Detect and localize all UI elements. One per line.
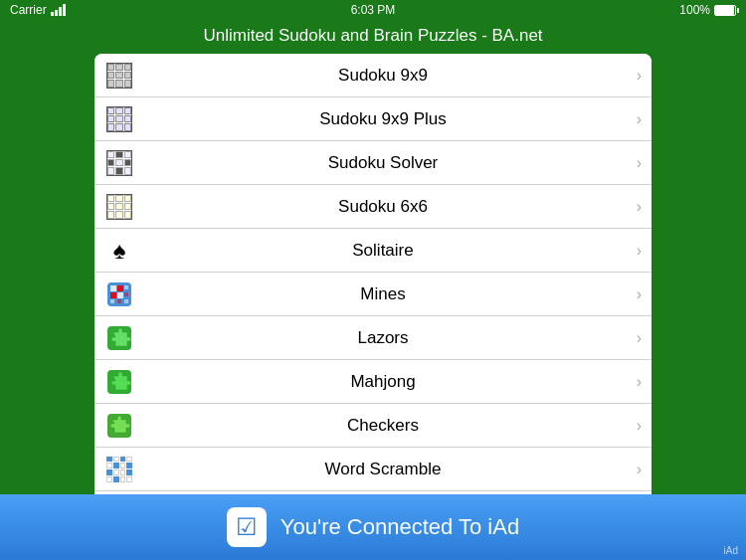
checkers-label: Checkers [144,416,622,436]
chevron-icon: › [637,285,642,303]
sudokusolver-icon [104,148,134,178]
chevron-icon: › [637,198,642,216]
svg-rect-4 [117,292,123,298]
list-item-checkers[interactable]: Checkers › [94,404,652,448]
svg-rect-9 [124,299,128,303]
carrier-label: Carrier [10,3,47,17]
checkers-svg-icon [105,412,133,440]
chevron-icon: › [637,110,642,128]
iad-checkmark-icon: ☑ [236,513,258,541]
sudokusolver-label: Sudoku Solver [144,153,622,173]
battery-percent: 100% [679,3,710,17]
mahjong-icon [104,367,134,397]
sudoku6x6-label: Sudoku 6x6 [144,197,622,217]
sudoku9x9-icon [104,61,134,91]
mines-svg-icon [105,280,133,308]
page-header: Unlimited Sudoku and Brain Puzzles - BA.… [0,20,746,54]
svg-rect-1 [110,285,116,291]
chevron-icon: › [637,329,642,347]
status-left: Carrier [10,3,66,17]
svg-rect-2 [117,285,123,291]
chevron-icon: › [637,154,642,172]
lazors-label: Lazors [144,328,622,348]
list-item-sudokusolver[interactable]: Sudoku Solver › [94,141,652,185]
chevron-icon: › [637,242,642,260]
page-title: Unlimited Sudoku and Brain Puzzles - BA.… [203,26,542,45]
chevron-icon: › [637,373,642,391]
svg-rect-7 [110,299,114,303]
iad-banner[interactable]: ☑ You're Connected To iAd iAd [0,494,746,560]
mines-icon [104,280,134,309]
chevron-icon: › [637,67,642,85]
status-bar: Carrier 6:03 PM 100% [0,0,746,20]
iad-icon: ☑ [227,507,267,547]
chevron-icon: › [637,461,642,478]
list-item-sudoku9x9[interactable]: Sudoku 9x9 › [94,54,652,97]
svg-rect-6 [124,292,128,296]
mahjong-svg-icon [105,368,133,396]
lazors-icon [104,323,134,353]
mahjong-label: Mahjong [144,372,622,392]
iad-text: You're Connected To iAd [280,514,519,540]
list-item-mines[interactable]: Mines › [94,273,652,316]
mines-label: Mines [144,284,622,304]
list-item-sudoku9x9plus[interactable]: Sudoku 9x9 Plus › [94,97,652,141]
sudoku9x9plus-label: Sudoku 9x9 Plus [144,109,622,129]
wordscramble-icon [104,455,134,484]
sudoku6x6-icon [104,192,134,222]
list-item-mahjong[interactable]: Mahjong › [94,360,652,404]
status-time: 6:03 PM [351,3,396,17]
svg-rect-8 [117,299,121,303]
menu-list: Sudoku 9x9 › Sudoku 9x9 Plus › Sudoku So… [94,54,652,560]
sudoku9x9plus-icon [104,104,134,134]
battery-icon [714,5,736,16]
lazors-svg-icon [105,324,133,352]
list-item-solitaire[interactable]: ♠ Solitaire › [94,229,652,273]
solitaire-label: Solitaire [144,241,622,261]
sudoku9x9-label: Sudoku 9x9 [144,66,622,86]
status-right: 100% [679,3,736,17]
list-item-wordscramble[interactable]: Word Scramble › [94,448,652,491]
wifi-icon [51,4,66,16]
solitaire-icon: ♠ [104,236,134,266]
wordscramble-label: Word Scramble [144,460,622,479]
list-item-lazors[interactable]: Lazors › [94,316,652,360]
chevron-icon: › [637,417,642,435]
iad-label: iAd [724,545,738,556]
svg-rect-3 [110,292,116,298]
svg-rect-5 [124,285,128,289]
checkers-icon [104,411,134,441]
list-item-sudoku6x6[interactable]: Sudoku 6x6 › [94,185,652,229]
